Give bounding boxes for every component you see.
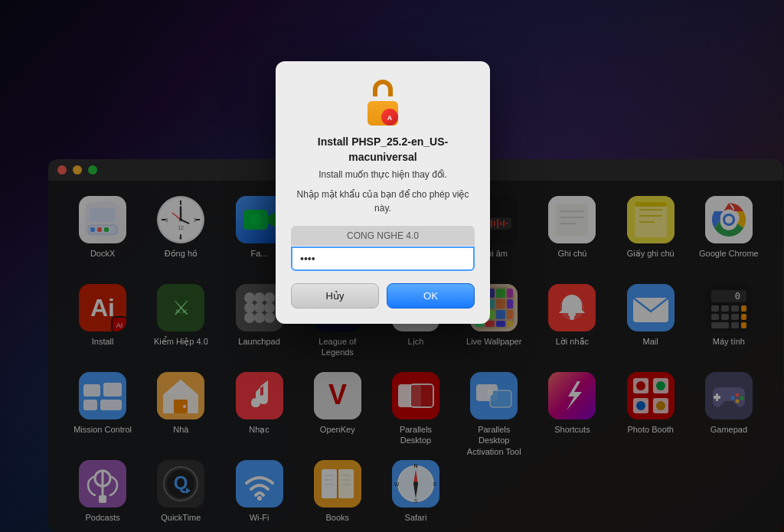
username-field[interactable]	[291, 226, 475, 246]
lock-badge: A	[381, 109, 398, 126]
lock-shackle	[373, 80, 393, 96]
password-field[interactable]	[291, 246, 475, 271]
svg-text:A: A	[387, 114, 393, 122]
modal-description: Nhập mật khẩu của bạn để cho phép việc n…	[291, 188, 475, 215]
modal-subtitle: Install muốn thực hiện thay đổi.	[318, 169, 447, 180]
modal-buttons: Hủy OK	[291, 283, 475, 308]
lock-body: A	[368, 101, 398, 126]
cancel-button[interactable]: Hủy	[291, 283, 379, 308]
install-dialog: A Install PHSP_25.2-en_US-macuniversal I…	[276, 61, 490, 324]
modal-title: Install PHSP_25.2-en_US-macuniversal	[291, 135, 475, 165]
lock-icon: A	[360, 80, 406, 126]
modal-overlay: A Install PHSP_25.2-en_US-macuniversal I…	[0, 0, 784, 532]
ok-button[interactable]: OK	[387, 283, 475, 308]
